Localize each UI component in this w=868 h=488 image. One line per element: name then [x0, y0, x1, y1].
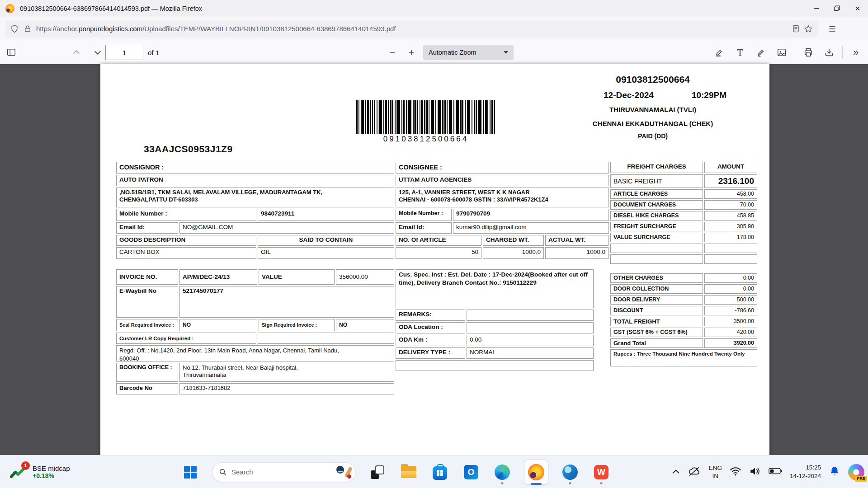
- regd-office-address: Regd. Off. : No.1420, 2nd Floor, 13th Ma…: [116, 345, 394, 361]
- minimize-button[interactable]: [806, 0, 826, 17]
- stock-change: +0.18%: [33, 472, 70, 479]
- thunderbird-icon: [562, 465, 578, 480]
- freight-row-amount: 0.00: [704, 273, 757, 283]
- draw-tool-icon[interactable]: [753, 45, 769, 60]
- running-indicator-dot: [569, 482, 571, 484]
- battery-icon[interactable]: [769, 467, 782, 477]
- notification-badge: 1: [21, 461, 30, 470]
- freight-row-label: DOOR COLLECTION: [610, 284, 703, 294]
- grand-total-label: Grand Total: [610, 338, 703, 348]
- windows-logo-icon: [184, 466, 197, 479]
- outlook-button[interactable]: O: [462, 459, 481, 485]
- url-text: https://anchor.ponpurelogistics.com/Uplo…: [36, 25, 786, 33]
- more-tools-icon[interactable]: »: [848, 45, 863, 60]
- waybill-header-block: 09103812500664 12-Dec-2024 10:29PM THIRU…: [576, 74, 729, 140]
- consignee-email: kumar90.dilip@gmail.com: [453, 222, 609, 234]
- language-indicator[interactable]: ENG IN: [709, 464, 722, 480]
- special-instruction: Cus. Spec. Inst : Est. Del. Date : 17-De…: [396, 269, 594, 308]
- freight-row-label: [610, 254, 703, 264]
- page-number-input[interactable]: [105, 45, 143, 60]
- consignor-consignee-table: CONSIGNOR : CONSIGNEE : AUTO PATRON UTTA…: [116, 162, 609, 260]
- copilot-icon[interactable]: PRE: [848, 464, 864, 480]
- consignor-mobile-label: Mobile Number :: [116, 209, 256, 221]
- taskbar-widget-stocks[interactable]: 1 BSE midcap +0.18%: [10, 455, 70, 488]
- booking-office-address: No.12, Thurabali street, Near Balaji hos…: [179, 363, 394, 382]
- total-freight-label: TOTAL FREIGHT: [610, 317, 703, 326]
- edge-icon: [495, 465, 510, 480]
- wifi-icon[interactable]: [730, 466, 741, 478]
- amount-header: AMOUNT: [704, 162, 757, 173]
- grand-total-amount: 3920.00: [704, 338, 757, 348]
- zoom-in-button[interactable]: +: [404, 47, 419, 58]
- task-view-button[interactable]: [368, 459, 387, 485]
- waybill-number: 09103812500664: [576, 74, 729, 85]
- shield-icon[interactable]: [10, 24, 19, 33]
- zoom-out-button[interactable]: −: [385, 47, 400, 58]
- lock-icon[interactable]: [24, 25, 32, 33]
- toolbar-separator: [87, 46, 87, 59]
- file-explorer-button[interactable]: [399, 459, 418, 485]
- highlight-tool-icon[interactable]: [712, 45, 727, 60]
- freight-row-amount: 458.85: [704, 211, 757, 221]
- notification-bell-icon[interactable]: [829, 465, 840, 479]
- firefox-button-active[interactable]: [524, 459, 548, 485]
- clock-date[interactable]: 15:25 14-12-2024: [790, 464, 821, 480]
- remarks-value: [467, 310, 594, 321]
- microsoft-store-button[interactable]: [430, 459, 449, 485]
- add-image-tool-icon[interactable]: [774, 45, 789, 60]
- seal-required-label: Seal Required Invoice :: [116, 319, 178, 331]
- volume-icon[interactable]: [749, 466, 761, 478]
- thunderbird-button[interactable]: [561, 459, 580, 485]
- sidebar-toggle-icon[interactable]: [4, 45, 19, 60]
- start-button[interactable]: [181, 459, 200, 485]
- pdf-viewer-area[interactable]: 09103812500664 12-Dec-2024 10:29PM THIRU…: [0, 64, 868, 455]
- text-tool-icon[interactable]: T: [732, 45, 748, 60]
- page-up-icon[interactable]: [69, 45, 84, 60]
- active-indicator-pill: [531, 483, 542, 485]
- zoom-level-select[interactable]: Automatic Zoom: [423, 45, 514, 60]
- barcode-image: [356, 100, 495, 134]
- pdf-page: 09103812500664 12-Dec-2024 10:29PM THIRU…: [100, 64, 769, 455]
- onedrive-offline-icon[interactable]: [688, 465, 701, 479]
- value-label: VALUE: [259, 269, 335, 285]
- delivery-type-value: NORMAL: [467, 347, 594, 359]
- print-icon[interactable]: [801, 45, 816, 60]
- close-button[interactable]: ×: [847, 0, 868, 17]
- freight-row-amount: [704, 244, 757, 253]
- edge-button[interactable]: [493, 459, 512, 485]
- amount-in-words: Rupees : Three Thousand Nine Hundred Twe…: [610, 349, 757, 366]
- goods-description-header: GOODS DESCRIPTION: [116, 235, 256, 246]
- address-field[interactable]: https://anchor.ponpurelogistics.com/Uplo…: [5, 20, 818, 38]
- consignee-name: UTTAM AUTO AGENCIES: [396, 175, 609, 186]
- invoice-no-value: AP/M/DEC-24/13: [179, 269, 257, 285]
- tray-chevron-up-icon[interactable]: [672, 468, 680, 476]
- restore-button[interactable]: [826, 0, 847, 17]
- ewaybill-number: 521745070177: [179, 286, 394, 318]
- sign-required-value: NO: [336, 319, 394, 331]
- task-view-icon: [371, 465, 384, 479]
- freight-row-amount: 178.00: [704, 233, 757, 242]
- toolbar-separator: [842, 46, 843, 59]
- wps-office-button[interactable]: W: [592, 459, 611, 485]
- no-of-article-value: 50: [396, 247, 481, 259]
- freight-row-amount: 70.00: [704, 200, 757, 210]
- taskbar-search[interactable]: [212, 462, 356, 482]
- freight-row-label: OTHER CHARGES: [610, 273, 703, 283]
- save-download-icon[interactable]: [821, 45, 837, 60]
- freight-row-amount: 458.00: [704, 189, 757, 199]
- page-down-icon[interactable]: [90, 45, 105, 60]
- running-indicator-dot: [600, 482, 603, 484]
- search-icon: [219, 468, 227, 476]
- basic-freight-label: BASIC FREIGHT: [610, 174, 703, 188]
- customer-lr-label: Customer LR Copy Required :: [116, 333, 256, 344]
- reader-view-icon[interactable]: [792, 24, 800, 33]
- freight-row-amount: 500.00: [704, 295, 757, 305]
- tray-time: 15:25: [790, 464, 821, 472]
- freight-row-label: DOOR DELIVERY: [610, 295, 703, 305]
- bookmark-star-icon[interactable]: [804, 24, 813, 33]
- freight-row-amount: 305.90: [704, 222, 757, 231]
- menu-hamburger-icon[interactable]: [825, 21, 840, 37]
- consignee-address: 125, A-1, VANNIER STREET, WEST K K NAGAR…: [396, 188, 609, 207]
- consignor-mobile: 9840723911: [258, 209, 394, 221]
- search-input[interactable]: [231, 468, 335, 476]
